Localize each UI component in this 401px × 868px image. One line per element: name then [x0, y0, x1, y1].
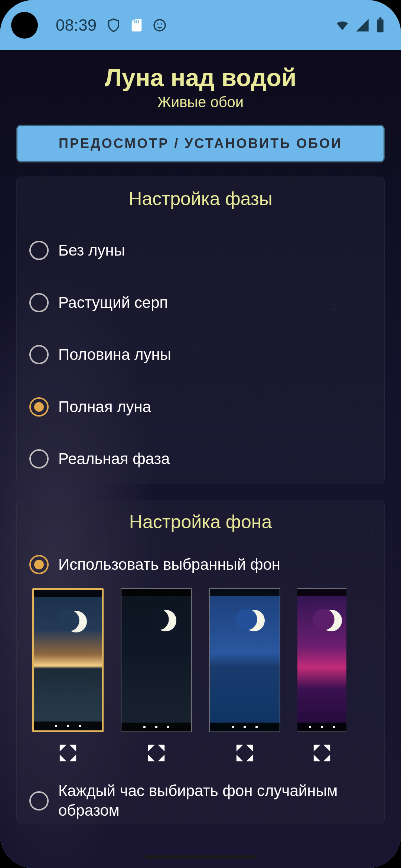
bg-thumb-sunset[interactable] [32, 588, 104, 732]
app-subtitle: Живые обои [16, 94, 385, 111]
bg-thumb-magenta[interactable] [297, 588, 346, 732]
radio-icon [29, 555, 49, 574]
phase-option-label: Без луны [58, 241, 125, 260]
phase-option-label: Реальная фаза [58, 449, 170, 469]
svg-rect-1 [134, 20, 135, 23]
app-content: Луна над водой Живые обои ПРЕДОСМОТР / У… [0, 50, 401, 868]
phase-option-label: Полная луна [58, 397, 151, 417]
radio-icon [29, 449, 49, 468]
expand-icon[interactable] [58, 743, 78, 763]
svg-point-6 [161, 23, 162, 24]
svg-rect-2 [136, 20, 137, 23]
svg-rect-3 [138, 20, 139, 23]
svg-rect-7 [377, 19, 384, 32]
preview-set-wallpaper-button-label: ПРЕДОСМОТР / УСТАНОВИТЬ ОБОИ [59, 136, 342, 151]
bg-thumb-night[interactable] [121, 588, 192, 732]
svg-point-5 [157, 23, 158, 24]
status-clock: 08:39 [56, 16, 97, 34]
sd-card-icon [129, 18, 144, 33]
camera-hole [11, 12, 38, 39]
expand-icon[interactable] [146, 743, 167, 763]
phase-option-waxing-crescent[interactable]: Растущий серп [27, 277, 374, 329]
radio-icon [29, 397, 49, 417]
background-settings-card: Настройка фона Использовать выбранный фо… [16, 500, 385, 825]
background-settings-title: Настройка фона [27, 511, 374, 533]
cell-signal-icon [355, 18, 370, 33]
phase-option-half-moon[interactable]: Половина луны [27, 329, 374, 381]
preview-set-wallpaper-button[interactable]: ПРЕДОСМОТР / УСТАНОВИТЬ ОБОИ [16, 125, 385, 162]
battery-icon [375, 17, 385, 33]
bg-thumb-blue[interactable] [209, 588, 280, 732]
bg-option-label: Каждый час выбирать фон случайным образо… [58, 781, 372, 820]
svg-rect-8 [379, 17, 382, 19]
expand-icon[interactable] [234, 743, 255, 763]
phase-option-full-moon[interactable]: Полная луна [27, 381, 374, 433]
bg-thumb-col-1 [32, 588, 104, 763]
phase-option-no-moon[interactable]: Без луны [27, 224, 374, 277]
status-icons-left [106, 18, 167, 33]
radio-icon [29, 241, 49, 260]
face-outline-icon [152, 18, 167, 33]
radio-icon [29, 345, 49, 364]
device-frame: 08:39 [0, 0, 401, 868]
svg-point-4 [154, 20, 165, 31]
phase-option-label: Растущий серп [58, 293, 168, 313]
phase-settings-card: Настройка фазы Без луны Растущий серп По… [16, 177, 385, 484]
status-left: 08:39 [56, 16, 167, 34]
bg-option-use-selected[interactable]: Использовать выбранный фон [27, 548, 374, 589]
app-title: Луна над водой [16, 63, 385, 92]
expand-icon[interactable] [312, 743, 332, 763]
radio-icon [29, 293, 49, 312]
background-thumbnails-row [27, 588, 374, 763]
shield-outline-icon [106, 18, 121, 33]
wifi-icon [335, 18, 350, 33]
bg-thumb-col-3 [209, 588, 280, 763]
phase-option-label: Половина луны [58, 345, 171, 365]
status-bar: 08:39 [0, 0, 401, 50]
phase-option-real-phase[interactable]: Реальная фаза [27, 433, 374, 473]
bg-thumb-col-2 [121, 588, 192, 763]
bg-thumb-col-4 [297, 588, 346, 763]
radio-icon [29, 791, 49, 811]
status-right [335, 17, 385, 33]
bg-option-label: Использовать выбранный фон [58, 555, 280, 575]
gesture-nav-bar[interactable] [145, 855, 256, 859]
phase-settings-title: Настройка фазы [27, 188, 374, 210]
bg-option-random-hourly[interactable]: Каждый час выбирать фон случайным образо… [27, 763, 374, 820]
